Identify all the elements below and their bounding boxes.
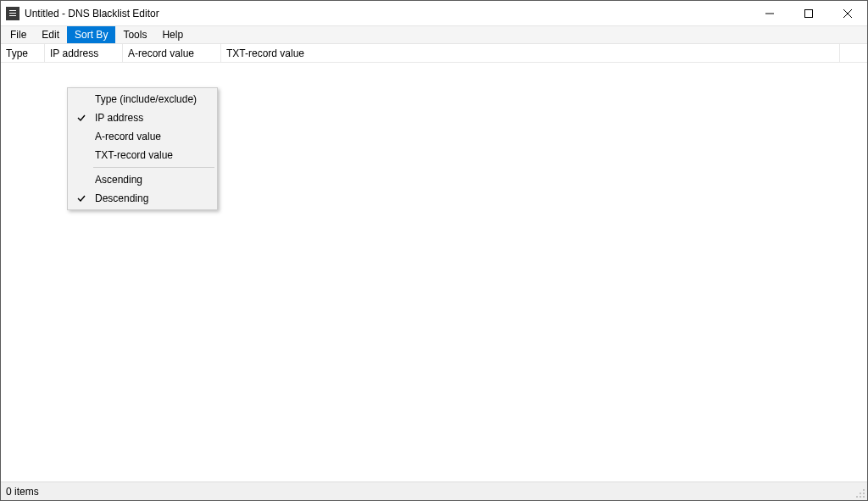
column-header-a-record[interactable]: A-record value (123, 44, 221, 62)
check-icon (76, 193, 86, 203)
sort-order-ascending[interactable]: Ascending (70, 170, 215, 189)
close-icon (843, 9, 852, 18)
status-items-count: 0 items (6, 486, 39, 498)
sort-option-a-record[interactable]: A-record value (70, 127, 215, 146)
menu-help[interactable]: Help (154, 26, 191, 43)
svg-point-7 (856, 496, 858, 498)
sort-option-a-record-label: A-record value (95, 131, 161, 142)
column-header-txt-record[interactable]: TXT-record value (221, 44, 840, 62)
minimize-button[interactable] (750, 1, 789, 25)
menu-sort-by[interactable]: Sort By (67, 26, 115, 43)
sort-option-txt-record[interactable]: TXT-record value (70, 146, 215, 164)
svg-rect-1 (805, 9, 813, 17)
check-icon (76, 113, 86, 123)
resize-grip-icon[interactable] (855, 488, 865, 498)
column-header-ip[interactable]: IP address (45, 44, 123, 62)
svg-point-5 (860, 493, 861, 494)
menu-tools[interactable]: Tools (115, 26, 154, 43)
dropdown-separator (93, 167, 214, 168)
sort-option-txt-record-label: TXT-record value (95, 149, 173, 161)
sort-order-ascending-label: Ascending (95, 174, 142, 186)
title-bar: Untitled - DNS Blacklist Editor (1, 1, 867, 26)
table-header: Type IP address A-record value TXT-recor… (1, 44, 867, 63)
sort-option-ip[interactable]: IP address (70, 109, 215, 127)
sort-option-type-label: Type (include/exclude) (95, 93, 197, 105)
svg-point-6 (863, 493, 865, 494)
svg-point-8 (860, 496, 861, 498)
column-header-type[interactable]: Type (1, 44, 45, 62)
window-controls (750, 1, 867, 25)
sort-order-descending-label: Descending (95, 192, 148, 204)
close-button[interactable] (828, 1, 867, 25)
maximize-icon (804, 9, 813, 18)
svg-point-4 (863, 489, 865, 491)
menu-file[interactable]: File (3, 26, 34, 43)
menu-bar: File Edit Sort By Tools Help (1, 26, 867, 44)
content-area: Type IP address A-record value TXT-recor… (1, 44, 867, 482)
sort-option-type[interactable]: Type (include/exclude) (70, 90, 215, 109)
sort-by-dropdown: Type (include/exclude) IP address A-reco… (67, 87, 218, 210)
app-window: Untitled - DNS Blacklist Editor File Edi… (0, 0, 868, 501)
maximize-button[interactable] (789, 1, 828, 25)
app-icon (6, 7, 19, 20)
menu-edit[interactable]: Edit (34, 26, 67, 43)
status-bar: 0 items (1, 482, 867, 500)
sort-order-descending[interactable]: Descending (70, 189, 215, 208)
minimize-icon (765, 9, 774, 18)
sort-option-ip-label: IP address (95, 112, 143, 124)
window-title: Untitled - DNS Blacklist Editor (25, 8, 159, 19)
svg-point-9 (863, 496, 865, 498)
